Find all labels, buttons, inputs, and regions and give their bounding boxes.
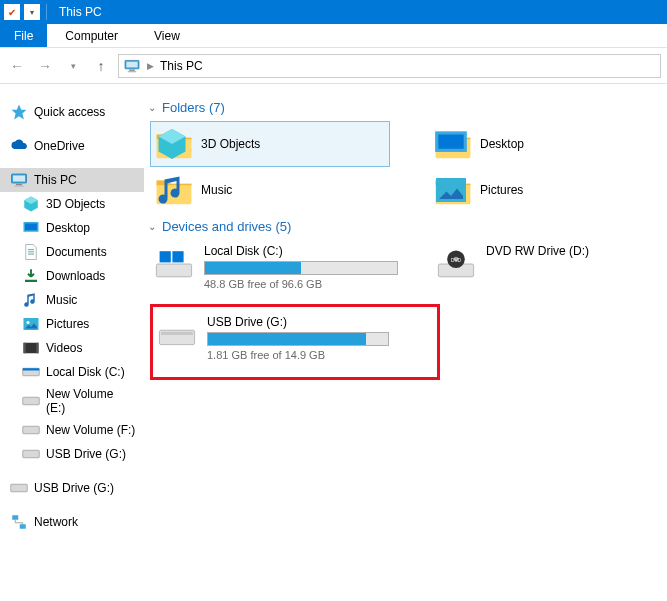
svg-rect-7 — [16, 184, 22, 186]
folder-music[interactable]: Music — [150, 167, 390, 213]
drive-usb-g[interactable]: USB Drive (G:) 1.81 GB free of 14.9 GB — [150, 304, 440, 380]
folder-icon — [155, 126, 193, 162]
group-header-drives[interactable]: ⌄ Devices and drives (5) — [148, 219, 657, 234]
svg-rect-25 — [11, 484, 28, 492]
svg-rect-40 — [161, 332, 193, 335]
ribbon-tab-computer[interactable]: Computer — [47, 24, 136, 47]
folder-icon — [155, 172, 193, 208]
sidebar-label: This PC — [34, 173, 77, 187]
ribbon-file-tab[interactable]: File — [0, 24, 47, 47]
svg-rect-12 — [28, 251, 34, 252]
back-button[interactable]: ← — [6, 55, 28, 77]
sidebar-label: Downloads — [46, 269, 105, 283]
folder-label: Music — [201, 183, 232, 197]
sidebar-label: Network — [34, 515, 78, 529]
dvd-drive-icon: DVD — [436, 244, 476, 284]
usb-icon — [22, 445, 40, 463]
qat-icon-1[interactable]: ✔ — [4, 4, 20, 20]
sidebar-label: Quick access — [34, 105, 105, 119]
folder-3d-objects[interactable]: 3D Objects — [150, 121, 390, 167]
this-pc-icon — [123, 58, 141, 74]
sidebar-item-3d-objects[interactable]: 3D Objects — [0, 192, 144, 216]
sidebar-label: Desktop — [46, 221, 90, 235]
svg-rect-22 — [23, 397, 40, 405]
sidebar-label: USB Drive (G:) — [46, 447, 126, 461]
folder-label: Pictures — [480, 183, 523, 197]
cloud-icon — [10, 137, 28, 155]
music-icon — [22, 291, 40, 309]
breadcrumb-chevron-icon[interactable]: ▶ — [147, 61, 154, 71]
sidebar-item-usb-drive-g-b[interactable]: USB Drive (G:) — [0, 476, 144, 500]
folder-label: Desktop — [480, 137, 524, 151]
download-icon — [22, 267, 40, 285]
drive-label: DVD RW Drive (D:) — [486, 244, 628, 258]
svg-rect-26 — [12, 515, 18, 520]
sidebar-item-documents[interactable]: Documents — [0, 240, 144, 264]
sidebar-item-onedrive[interactable]: OneDrive — [0, 134, 144, 158]
drive-free-text: 48.8 GB free of 96.6 GB — [204, 278, 398, 290]
separator — [46, 4, 47, 20]
folder-icon — [434, 126, 472, 162]
chevron-down-icon: ⌄ — [148, 102, 156, 113]
sidebar-item-desktop[interactable]: Desktop — [0, 216, 144, 240]
sidebar-item-new-volume-e[interactable]: New Volume (E:) — [0, 384, 144, 418]
sidebar-label: 3D Objects — [46, 197, 105, 211]
title-bar: ✔ ▾ This PC — [0, 0, 667, 24]
sidebar-item-quick-access[interactable]: Quick access — [0, 100, 144, 124]
sidebar-item-music[interactable]: Music — [0, 288, 144, 312]
svg-rect-2 — [129, 69, 135, 70]
svg-text:DVD: DVD — [451, 258, 462, 263]
folder-label: 3D Objects — [201, 137, 260, 151]
svg-rect-8 — [15, 185, 24, 187]
group-label: Folders (7) — [162, 100, 225, 115]
drive-label: Local Disk (C:) — [204, 244, 398, 258]
cube-icon — [22, 195, 40, 213]
sidebar-item-pictures[interactable]: Pictures — [0, 312, 144, 336]
group-header-folders[interactable]: ⌄ Folders (7) — [148, 100, 657, 115]
sidebar-label: OneDrive — [34, 139, 85, 153]
up-button[interactable]: ↑ — [90, 55, 112, 77]
sidebar-label: New Volume (F:) — [46, 423, 135, 437]
capacity-bar — [207, 332, 389, 346]
sidebar-item-network[interactable]: Network — [0, 510, 144, 534]
address-bar[interactable]: ▶ This PC — [118, 54, 661, 78]
drive-dvd-rw-d[interactable]: DVD DVD RW Drive (D:) — [432, 240, 632, 294]
sidebar-label: USB Drive (G:) — [34, 481, 114, 495]
navigation-pane: Quick access OneDrive This PC 3D Objects… — [0, 84, 144, 601]
ribbon-tab-view[interactable]: View — [136, 24, 198, 47]
recent-dropdown-icon[interactable]: ▾ — [62, 55, 84, 77]
video-icon — [22, 339, 40, 357]
svg-point-16 — [27, 321, 30, 324]
document-icon — [22, 243, 40, 261]
drive-icon — [22, 363, 40, 381]
qat-dropdown-icon[interactable]: ▾ — [24, 4, 40, 20]
drive-icon — [22, 392, 40, 410]
sidebar-item-downloads[interactable]: Downloads — [0, 264, 144, 288]
window-title: This PC — [59, 5, 102, 19]
sidebar-label: Documents — [46, 245, 107, 259]
svg-marker-4 — [12, 105, 27, 120]
sidebar-item-videos[interactable]: Videos — [0, 336, 144, 360]
svg-rect-27 — [20, 524, 26, 529]
star-icon — [10, 103, 28, 121]
navigation-bar: ← → ▾ ↑ ▶ This PC — [0, 48, 667, 84]
chevron-down-icon: ⌄ — [148, 221, 156, 232]
svg-rect-19 — [36, 343, 38, 354]
forward-button[interactable]: → — [34, 55, 56, 77]
usb-icon — [10, 479, 28, 497]
drive-icon — [22, 421, 40, 439]
folders-grid: 3D Objects Desktop Music — [150, 121, 657, 213]
sidebar-item-usb-drive-g-a[interactable]: USB Drive (G:) — [0, 442, 144, 466]
folder-desktop[interactable]: Desktop — [430, 121, 620, 167]
breadcrumb-location[interactable]: This PC — [160, 59, 203, 73]
desktop-icon — [22, 219, 40, 237]
sidebar-item-local-disk-c[interactable]: Local Disk (C:) — [0, 360, 144, 384]
sidebar-item-this-pc[interactable]: This PC — [0, 168, 144, 192]
drive-local-disk-c[interactable]: Local Disk (C:) 48.8 GB free of 96.6 GB — [150, 240, 402, 294]
sidebar-label: Local Disk (C:) — [46, 365, 125, 379]
folder-pictures[interactable]: Pictures — [430, 167, 620, 213]
sidebar-label: New Volume (E:) — [46, 387, 136, 415]
svg-rect-3 — [128, 70, 136, 71]
svg-rect-21 — [23, 368, 40, 370]
sidebar-item-new-volume-f[interactable]: New Volume (F:) — [0, 418, 144, 442]
